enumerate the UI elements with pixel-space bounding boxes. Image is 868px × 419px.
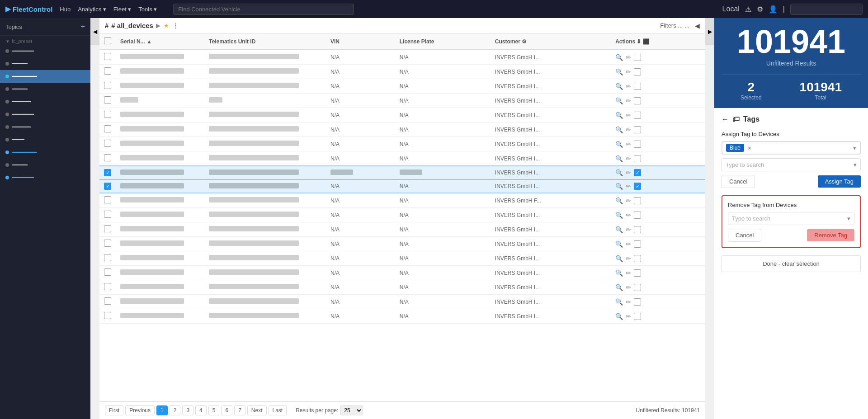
search-row-icon[interactable]: 🔍 xyxy=(615,313,623,320)
sidebar-item-1[interactable]: ━━━━━━━ xyxy=(0,45,90,57)
search-row-icon[interactable]: 🔍 xyxy=(615,284,623,291)
actions-download-icon[interactable]: ⬇ xyxy=(637,38,641,45)
row-checkbox[interactable] xyxy=(104,283,111,290)
cancel-assign-button[interactable]: Cancel xyxy=(722,175,755,188)
remove-search-dropdown-arrow[interactable]: ▾ xyxy=(847,215,850,222)
page-button-2[interactable]: 2 xyxy=(170,405,181,415)
row-checkbox[interactable] xyxy=(104,312,111,319)
row-action-checkbox[interactable] xyxy=(634,212,641,219)
last-page-button[interactable]: Last xyxy=(269,405,287,415)
search-row-icon[interactable]: 🔍 xyxy=(615,97,623,104)
edit-row-icon[interactable]: ✏ xyxy=(626,313,631,320)
row-checkbox[interactable] xyxy=(104,240,111,247)
row-checkbox[interactable] xyxy=(104,111,111,118)
row-checkbox[interactable] xyxy=(104,297,111,305)
assign-tag-search-row[interactable]: Type to search ▾ xyxy=(722,158,861,171)
col-tuid[interactable]: Telematics Unit ID xyxy=(204,33,326,50)
filters-button[interactable]: Filters ... ... xyxy=(660,22,689,29)
row-checkbox[interactable] xyxy=(104,53,111,60)
row-checkbox[interactable] xyxy=(104,125,111,132)
user-search-input[interactable] xyxy=(790,4,863,15)
search-row-icon[interactable]: 🔍 xyxy=(615,68,623,75)
row-action-checkbox[interactable] xyxy=(634,97,641,104)
row-checkbox-selected[interactable]: ✓ xyxy=(104,183,111,190)
edit-row-icon[interactable]: ✏ xyxy=(626,269,631,277)
row-checkbox[interactable] xyxy=(104,196,111,203)
page-button-1[interactable]: 1 xyxy=(156,405,168,415)
edit-row-icon[interactable]: ✏ xyxy=(626,83,631,90)
add-topic-button[interactable]: + xyxy=(81,23,85,31)
col-customer[interactable]: Customer ⚙ xyxy=(491,33,611,50)
group-collapse-icon[interactable]: ▼ xyxy=(5,39,10,44)
edit-row-icon[interactable]: ✏ xyxy=(626,255,631,262)
row-action-checkbox[interactable] xyxy=(634,298,641,306)
row-action-checkbox[interactable] xyxy=(634,141,641,148)
row-checkbox[interactable] xyxy=(104,268,111,276)
search-row-icon[interactable]: 🔍 xyxy=(615,141,623,148)
edit-row-icon[interactable]: ✏ xyxy=(626,126,631,133)
toolbar-star-icon[interactable]: ★ xyxy=(164,22,169,29)
alert-icon[interactable]: ⚠ xyxy=(745,5,751,14)
toolbar-collapse-button[interactable]: ◀ xyxy=(695,22,700,29)
header-checkbox[interactable] xyxy=(104,37,111,44)
col-plate[interactable]: License Plate xyxy=(395,33,491,50)
settings-icon[interactable]: ⚙ xyxy=(757,5,763,14)
edit-row-icon[interactable]: ✏ xyxy=(626,112,631,119)
assign-tag-button[interactable]: Assign Tag xyxy=(818,175,861,188)
row-action-checkbox[interactable] xyxy=(634,240,641,248)
prev-page-button[interactable]: Previous xyxy=(125,405,155,415)
row-checkbox[interactable] xyxy=(104,254,111,261)
toolbar-more-icon[interactable]: ⋮ xyxy=(173,22,179,29)
edit-row-icon[interactable]: ✏ xyxy=(626,226,631,233)
row-checkbox[interactable] xyxy=(104,154,111,161)
page-button-3[interactable]: 3 xyxy=(182,405,193,415)
edit-row-icon[interactable]: ✏ xyxy=(626,97,631,104)
row-action-checkbox[interactable] xyxy=(634,112,641,119)
sidebar-item-8[interactable]: ━━━━ xyxy=(0,133,90,146)
row-checkbox[interactable] xyxy=(104,140,111,147)
brand-logo[interactable]: ▶ FleetControl xyxy=(5,5,52,13)
vehicle-search-input[interactable] xyxy=(173,4,354,15)
row-action-checkbox[interactable] xyxy=(634,155,641,162)
search-row-icon[interactable]: 🔍 xyxy=(615,54,623,61)
search-row-icon[interactable]: 🔍 xyxy=(615,298,623,306)
edit-row-icon[interactable]: ✏ xyxy=(626,183,631,190)
page-button-7[interactable]: 7 xyxy=(234,405,245,415)
customer-filter-icon[interactable]: ⚙ xyxy=(522,38,527,45)
edit-row-icon[interactable]: ✏ xyxy=(626,155,631,162)
first-page-button[interactable]: First xyxy=(105,405,123,415)
row-checkbox[interactable] xyxy=(104,225,111,232)
select-all-checkbox[interactable] xyxy=(99,33,116,50)
edit-row-icon[interactable]: ✏ xyxy=(626,197,631,204)
sidebar-item-5[interactable]: ━━━━━━ xyxy=(0,95,90,108)
cancel-remove-button[interactable]: Cancel xyxy=(728,229,761,242)
row-action-checkbox[interactable] xyxy=(634,226,641,233)
row-action-checkbox[interactable] xyxy=(634,126,641,133)
tags-back-button[interactable]: ← xyxy=(722,115,729,123)
row-checkbox[interactable] xyxy=(104,211,111,218)
search-row-icon[interactable]: 🔍 xyxy=(615,240,623,248)
search-row-icon[interactable]: 🔍 xyxy=(615,269,623,277)
collapse-right-button[interactable]: ▶ xyxy=(705,18,714,45)
edit-row-icon[interactable]: ✏ xyxy=(626,169,631,176)
edit-row-icon[interactable]: ✏ xyxy=(626,141,631,148)
nav-fleet[interactable]: Fleet ▾ xyxy=(113,6,132,13)
edit-row-icon[interactable]: ✏ xyxy=(626,212,631,219)
nav-analytics[interactable]: Analytics ▾ xyxy=(78,6,106,13)
sidebar-item-7[interactable]: ━━━━━━ xyxy=(0,121,90,133)
sidebar-item-6[interactable]: ━━━━━━━ xyxy=(0,108,90,121)
search-row-icon[interactable]: 🔍 xyxy=(615,197,623,204)
edit-row-icon[interactable]: ✏ xyxy=(626,284,631,291)
search-row-icon[interactable]: 🔍 xyxy=(615,126,623,133)
sidebar-item-9[interactable]: ━━━━━━━━ xyxy=(0,146,90,159)
collapse-left-button[interactable]: ◀ xyxy=(90,18,99,45)
assign-search-dropdown-arrow[interactable]: ▾ xyxy=(854,161,857,168)
search-row-icon[interactable]: 🔍 xyxy=(615,169,623,176)
sidebar-item-10[interactable]: ━━━━━ xyxy=(0,159,90,171)
row-checkbox-selected[interactable]: ✓ xyxy=(104,169,111,176)
row-checkbox[interactable] xyxy=(104,82,111,89)
search-row-icon[interactable]: 🔍 xyxy=(615,83,623,90)
row-action-checkbox-checked[interactable]: ✓ xyxy=(634,183,641,190)
assign-tag-input-row[interactable]: Blue × ▾ xyxy=(722,141,861,155)
col-vin[interactable]: VIN xyxy=(326,33,395,50)
